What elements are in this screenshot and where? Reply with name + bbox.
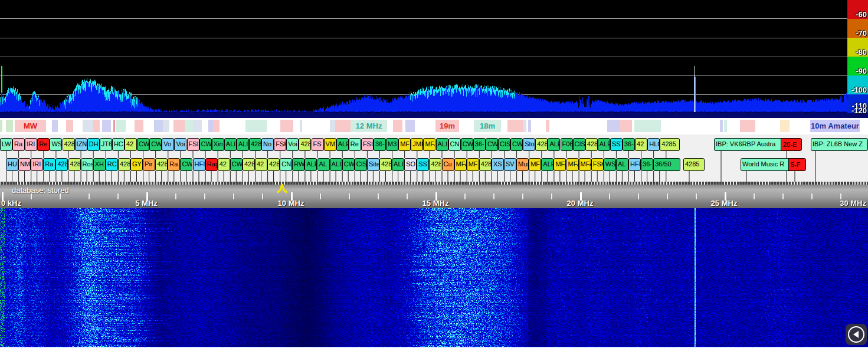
station-label[interactable]: 4285 — [585, 138, 598, 151]
station-label[interactable]: SV — [504, 158, 516, 171]
tuning-marker-icon[interactable] — [276, 183, 290, 193]
station-label[interactable]: SST — [610, 138, 623, 151]
station-label[interactable]: CNF — [280, 158, 292, 171]
station-label[interactable]: SST — [417, 158, 429, 171]
station-label[interactable]: HFD — [628, 158, 641, 171]
station-label[interactable]: Re — [37, 138, 50, 151]
station-tag[interactable]: 5-F — [788, 159, 805, 170]
station-label[interactable]: MFA — [566, 158, 579, 171]
station-label[interactable]: AL — [317, 158, 330, 171]
station-label[interactable]: M3 — [386, 138, 398, 151]
station-label[interactable]: DH — [87, 138, 100, 151]
station-label[interactable]: XS — [492, 158, 504, 171]
station-label[interactable]: MF — [529, 158, 541, 171]
station-label[interactable]: CIS — [573, 138, 585, 151]
scroll-left-button[interactable] — [846, 324, 867, 345]
station-label[interactable]: Ra — [43, 158, 55, 171]
station-label[interactable]: 36- — [623, 138, 635, 151]
frequency-ruler[interactable]: database: stored 0 kHz5 MHz10 MHz15 MHz2… — [0, 182, 868, 208]
station-label[interactable]: Mus — [516, 158, 529, 171]
station-label[interactable]: CW — [199, 138, 212, 151]
station-label[interactable]: 42 — [125, 138, 137, 151]
station-label[interactable]: ALE — [304, 158, 317, 171]
station-label[interactable]: ALE — [548, 138, 560, 151]
station-label[interactable]: 4285 — [429, 158, 441, 171]
station-label[interactable]: Ra — [168, 158, 180, 171]
station-label[interactable]: CW — [510, 138, 523, 151]
station-label[interactable]: CW — [137, 138, 149, 151]
station-label[interactable]: IBP: ZL6B New Z — [811, 138, 868, 151]
station-label[interactable]: CW — [149, 138, 162, 151]
station-label[interactable]: Site — [367, 158, 379, 171]
station-label[interactable]: Cu — [442, 158, 454, 171]
station-label[interactable]: FSI — [187, 138, 199, 151]
station-label[interactable]: 428 — [267, 158, 280, 171]
station-label[interactable]: 428 — [243, 158, 255, 171]
station-label[interactable]: IBP: VK6RBP Austra20-E — [714, 138, 802, 151]
station-label[interactable]: Re — [349, 138, 361, 151]
station-label[interactable]: No — [261, 138, 274, 151]
station-label[interactable]: 42 — [255, 158, 267, 171]
station-label[interactable]: 428 — [68, 158, 81, 171]
station-label[interactable]: Xin — [212, 138, 224, 151]
station-label[interactable]: WS — [50, 138, 62, 151]
station-label[interactable]: AL — [616, 158, 628, 171]
station-label[interactable]: ALE — [598, 138, 610, 151]
station-label[interactable]: NM — [18, 158, 31, 171]
station-label[interactable]: 428 — [55, 158, 68, 171]
station-label[interactable]: Pir — [143, 158, 155, 171]
station-label[interactable]: HFI — [193, 158, 205, 171]
station-label[interactable]: ALI — [237, 138, 249, 151]
station-label[interactable]: 36- — [473, 138, 486, 151]
station-label[interactable]: MF — [467, 158, 479, 171]
station-label[interactable]: HLG — [647, 138, 660, 151]
station-label[interactable]: 428 — [299, 138, 311, 151]
station-label[interactable]: ALI — [224, 138, 237, 151]
station-label[interactable]: CW — [180, 158, 192, 171]
station-label[interactable]: HC — [112, 138, 125, 151]
station-label[interactable]: IRI — [31, 158, 43, 171]
spectrum-display[interactable] — [0, 0, 868, 118]
station-label[interactable]: 428 — [118, 158, 130, 171]
station-label[interactable]: FSI — [361, 138, 374, 151]
station-label[interactable]: CW — [230, 158, 243, 171]
station-label[interactable]: 428 — [535, 138, 548, 151]
station-label[interactable]: CW — [486, 138, 498, 151]
station-label[interactable]: 36- — [374, 138, 386, 151]
station-label[interactable]: ALE — [336, 138, 349, 151]
station-label[interactable]: HU — [6, 158, 18, 171]
station-label[interactable]: 4285 — [683, 158, 705, 171]
station-label[interactable]: MFA — [454, 158, 467, 171]
station-label[interactable]: Vo — [162, 138, 174, 151]
station-label[interactable]: CW — [342, 158, 355, 171]
station-label[interactable]: VM — [324, 138, 336, 151]
station-label[interactable]: ALI — [392, 158, 404, 171]
station-label[interactable]: IRI — [25, 138, 37, 151]
station-label[interactable]: CN — [448, 138, 461, 151]
station-label[interactable]: ALE — [541, 158, 553, 171]
station-label[interactable]: IZN — [75, 138, 87, 151]
station-label[interactable]: GY — [130, 158, 143, 171]
station-label[interactable]: FSK — [591, 158, 604, 171]
station-label[interactable]: CIS — [498, 138, 510, 151]
station-label[interactable]: MFA — [423, 138, 435, 151]
station-label[interactable]: WS — [604, 158, 616, 171]
station-label[interactable]: JT6 — [100, 138, 112, 151]
station-label[interactable]: MFA — [553, 158, 566, 171]
station-label[interactable]: FS — [312, 138, 324, 151]
station-label[interactable]: 428 — [155, 158, 168, 171]
station-label[interactable]: ALI — [330, 158, 342, 171]
station-label[interactable]: 4285 — [660, 138, 680, 151]
station-label[interactable]: Rag — [205, 158, 218, 171]
station-label[interactable]: 428 — [479, 158, 492, 171]
station-label[interactable]: Sto — [523, 138, 535, 151]
station-label[interactable]: Voi — [286, 138, 299, 151]
station-label[interactable]: MF — [398, 138, 411, 151]
station-label[interactable]: XH — [93, 158, 106, 171]
station-label[interactable]: ALI — [436, 138, 448, 151]
station-label[interactable]: MFA — [579, 158, 591, 171]
station-label[interactable]: World Music R5-F — [741, 158, 806, 171]
station-label[interactable]: 42 — [635, 138, 647, 151]
station-label[interactable]: SO — [404, 158, 417, 171]
station-label[interactable]: RC — [106, 158, 118, 171]
